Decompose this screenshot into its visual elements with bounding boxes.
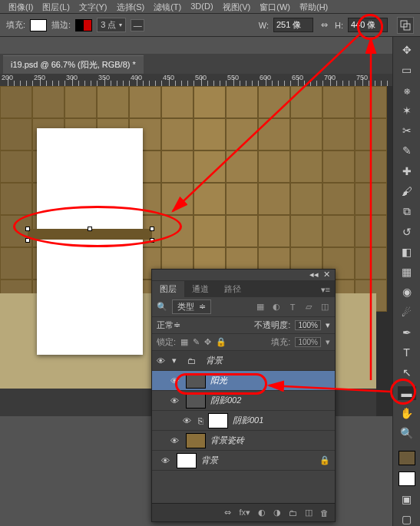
- path-tool[interactable]: ↖: [398, 366, 416, 379]
- type-tool[interactable]: T: [398, 346, 416, 359]
- history-brush-tool[interactable]: ↺: [398, 224, 416, 238]
- background-color[interactable]: [399, 471, 415, 486]
- document-tab[interactable]: i19.psd @ 66.7% (阳光, RGB/8) *: [3, 55, 144, 74]
- transform-handle[interactable]: [25, 227, 30, 231]
- visibility-icon[interactable]: 👁: [170, 396, 181, 405]
- layer-item[interactable]: 👁 ⎘ 阴影001: [152, 411, 335, 431]
- link-icon[interactable]: ⇔: [318, 19, 330, 31]
- crop-tool[interactable]: ✂: [398, 124, 416, 137]
- lock-move-icon[interactable]: ✥: [204, 337, 211, 347]
- transform-handle[interactable]: [25, 238, 30, 243]
- pen-tool[interactable]: ✒: [398, 326, 416, 339]
- tab-paths[interactable]: 路径: [217, 281, 249, 297]
- mask-icon[interactable]: ◐: [258, 508, 266, 518]
- eraser-tool[interactable]: ◧: [398, 245, 416, 259]
- stroke-type-dropdown[interactable]: —: [131, 19, 144, 31]
- zoom-tool[interactable]: 🔍: [398, 426, 416, 440]
- visibility-icon[interactable]: 👁: [170, 376, 181, 385]
- move-tool[interactable]: ✥: [398, 43, 416, 57]
- search-icon[interactable]: 🔍: [157, 302, 167, 312]
- transform-handle[interactable]: [88, 227, 92, 231]
- new-layer-icon[interactable]: ◫: [305, 508, 313, 518]
- width-input[interactable]: 251 像: [273, 18, 313, 32]
- adjustment-icon[interactable]: ◑: [273, 508, 281, 518]
- document-tab-bar: i19.psd @ 66.7% (阳光, RGB/8) *: [0, 54, 420, 74]
- chevron-down-icon[interactable]: ▾: [326, 320, 330, 330]
- lasso-tool[interactable]: ⎈: [398, 84, 416, 98]
- delete-icon[interactable]: 🗑: [320, 508, 329, 518]
- layer-name: 背景: [201, 455, 218, 466]
- filter-type-dropdown[interactable]: 类型 ≑: [172, 299, 211, 314]
- blend-mode-dropdown[interactable]: 正常≑: [157, 319, 217, 331]
- fill-input[interactable]: 100%: [295, 337, 321, 347]
- quickmask-toggle[interactable]: ▣: [398, 492, 416, 506]
- visibility-icon[interactable]: 👁: [183, 416, 193, 425]
- heal-tool[interactable]: ✚: [398, 164, 416, 178]
- stroke-swatch[interactable]: [75, 19, 92, 31]
- layer-group[interactable]: 👁 ▾ 🗀 背景: [152, 351, 335, 371]
- filter-type-icon[interactable]: T: [287, 302, 298, 313]
- lock-all-icon[interactable]: 🔒: [216, 337, 227, 347]
- menu-item[interactable]: 视图(V): [218, 0, 256, 13]
- eyedropper-tool[interactable]: ✎: [398, 144, 416, 157]
- stroke-weight-dropdown[interactable]: 3 点 ▾: [97, 18, 126, 32]
- expand-icon[interactable]: ▾: [172, 356, 177, 366]
- visibility-icon[interactable]: 👁: [170, 436, 181, 445]
- visibility-icon[interactable]: 👁: [157, 356, 167, 366]
- layers-footer: ⇔ fx▾ ◐ ◑ 🗀 ◫ 🗑: [152, 503, 335, 521]
- visibility-icon[interactable]: 👁: [161, 456, 172, 465]
- menu-item[interactable]: 滤镜(T): [149, 0, 186, 13]
- opacity-input[interactable]: 100%: [295, 320, 321, 330]
- dodge-tool[interactable]: ☄: [398, 305, 416, 319]
- wand-tool[interactable]: ✶: [398, 104, 416, 117]
- fx-icon[interactable]: fx▾: [239, 508, 250, 518]
- screen-mode-toggle[interactable]: ▢: [398, 512, 416, 526]
- layer-thumb: [208, 413, 228, 428]
- lock-position-icon[interactable]: ✎: [193, 337, 200, 347]
- menu-item[interactable]: 3D(D): [186, 0, 217, 13]
- layer-item[interactable]: 👁 背景 🔒: [152, 451, 335, 471]
- collapse-icon[interactable]: ◂◂: [309, 270, 319, 280]
- align-edges-button[interactable]: [397, 17, 414, 34]
- gradient-tool[interactable]: ▦: [398, 265, 416, 279]
- tab-channels[interactable]: 通道: [184, 281, 217, 297]
- layer-item[interactable]: 👁 阳光: [152, 371, 335, 391]
- close-icon[interactable]: ✕: [323, 270, 330, 280]
- lock-pixels-icon[interactable]: ▦: [180, 337, 188, 347]
- transform-handle[interactable]: [150, 238, 154, 243]
- brush-tool[interactable]: 🖌: [398, 184, 416, 198]
- height-input[interactable]: 440 像: [348, 18, 388, 32]
- menu-item[interactable]: 文字(Y): [74, 0, 112, 13]
- foreground-color[interactable]: [399, 451, 415, 465]
- panel-menu-icon[interactable]: ▾≡: [316, 283, 335, 297]
- group-icon[interactable]: 🗀: [289, 508, 297, 518]
- chevron-icon: ≑: [199, 302, 206, 312]
- transform-handle[interactable]: [150, 227, 154, 231]
- menu-item[interactable]: 窗口(W): [255, 0, 295, 13]
- menu-item[interactable]: 图层(L): [38, 0, 74, 13]
- link-layers-icon[interactable]: ⇔: [224, 508, 231, 518]
- layer-item[interactable]: 👁 阴影002: [152, 391, 335, 411]
- horizontal-ruler: 200250300350400450500550600650700750: [0, 74, 420, 86]
- menu-item[interactable]: 图像(I): [4, 0, 38, 13]
- tab-layers[interactable]: 图层: [152, 281, 184, 297]
- filter-adjust-icon[interactable]: ◐: [271, 302, 282, 313]
- blur-tool[interactable]: ◉: [398, 285, 416, 299]
- layer-item[interactable]: 👁 背景瓷砖: [152, 431, 335, 451]
- filter-shape-icon[interactable]: ▱: [303, 302, 314, 313]
- filter-pixel-icon[interactable]: ▦: [255, 302, 266, 313]
- chevron-down-icon[interactable]: ▾: [326, 337, 330, 347]
- rectangle-tool[interactable]: ▬: [398, 386, 416, 400]
- tools-panel: ✥ ▭ ⎈ ✶ ✂ ✎ ✚ 🖌 ⧉ ↺ ◧ ▦ ◉ ☄ ✒ T ↖ ▬ ✋ 🔍 …: [392, 37, 420, 526]
- stamp-tool[interactable]: ⧉: [398, 204, 416, 218]
- overlap-icon: [400, 20, 411, 31]
- marquee-tool[interactable]: ▭: [398, 63, 416, 77]
- menu-item[interactable]: 帮助(H): [295, 0, 332, 13]
- layer-thumb: [186, 393, 206, 409]
- panel-tabs: 图层 通道 路径 ▾≡: [152, 280, 335, 297]
- layer-thumb: [177, 453, 197, 468]
- hand-tool[interactable]: ✋: [398, 406, 416, 420]
- fill-swatch[interactable]: [30, 19, 47, 31]
- menu-item[interactable]: 选择(S): [112, 0, 150, 13]
- filter-smart-icon[interactable]: ◫: [319, 302, 330, 313]
